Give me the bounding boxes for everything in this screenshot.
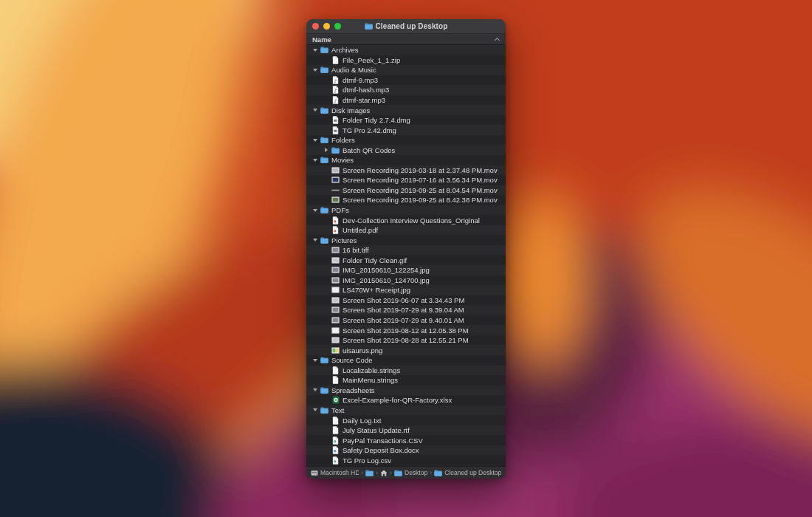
page-icon (331, 55, 340, 64)
file-name: Screen Recording 2019-03-18 at 2.37.48 P… (343, 166, 498, 174)
file-name: July Status Update.rtf (343, 426, 410, 434)
disclosure-spacer (322, 346, 331, 355)
path-segment-label: Macintosh HD (320, 469, 359, 476)
file-row[interactable]: Folders (306, 135, 506, 145)
file-row[interactable]: Source Code (306, 355, 506, 366)
file-row[interactable]: LS470W+ Receipt.jpg (306, 285, 506, 295)
file-name: Source Code (331, 356, 372, 364)
file-row[interactable]: Screen Shot 2019-07-29 at 9.39.04 AM (306, 305, 506, 315)
file-row[interactable]: Spreadsheets (306, 386, 506, 396)
file-row[interactable]: IMG_20150610_122254.jpg (306, 265, 506, 275)
file-row[interactable]: Folder Tidy Clean.gif (306, 255, 506, 265)
file-row[interactable]: Screen Recording 2019-03-18 at 2.37.48 P… (306, 165, 506, 176)
disclosure-spacer (322, 176, 331, 185)
disclosure-spacer (322, 165, 331, 174)
file-row[interactable]: PDFs (306, 205, 506, 216)
file-row[interactable]: 16 bit.tiff (306, 245, 506, 256)
file-row[interactable]: PayPal Transactions.CSV (306, 435, 506, 445)
disclosure-triangle[interactable] (311, 356, 320, 365)
file-row[interactable]: dtmf-hash.mp3 (306, 85, 506, 95)
home-icon (380, 470, 388, 476)
file-row[interactable]: IMG_20150610_124700.jpg (306, 275, 506, 286)
file-row[interactable]: Screen Shot 2019-07-29 at 9.40.01 AM (306, 315, 506, 326)
file-row[interactable]: Untitled.pdf (306, 225, 506, 236)
path-segment[interactable]: Macintosh HD (311, 469, 359, 476)
disclosure-spacer (322, 316, 331, 325)
file-row[interactable]: Safety Deposit Box.docx (306, 445, 506, 456)
file-row[interactable]: Screen Recording 2019-09-25 at 8.42.38 P… (306, 195, 506, 205)
image-icon (331, 316, 340, 325)
page-icon (331, 366, 340, 374)
disclosure-triangle[interactable] (311, 206, 320, 215)
file-row[interactable]: dtmf-9.mp3 (306, 75, 506, 86)
minimize-button[interactable] (323, 23, 330, 30)
file-row[interactable]: Localizable.strings (306, 366, 506, 376)
disclosure-triangle[interactable] (311, 236, 320, 244)
zoom-button[interactable] (334, 23, 341, 30)
file-row[interactable]: Screen Shot 2019-08-12 at 12.05.38 PM (306, 325, 506, 335)
file-row[interactable]: Screen Recording 2019-07-16 at 3.56.34 P… (306, 175, 506, 185)
disclosure-triangle[interactable] (311, 136, 320, 145)
image-white-icon (331, 286, 340, 295)
path-segment[interactable]: Desktop (394, 469, 427, 476)
file-row[interactable]: Dev-Collection Interview Questions_Origi… (306, 215, 506, 225)
file-row[interactable]: Screen Shot 2019-08-28 at 12.55.21 PM (306, 335, 506, 346)
file-row[interactable]: Archives (306, 45, 506, 55)
file-row[interactable]: TG Pro Log.csv (306, 455, 506, 465)
file-name: File_Peek_1_1.zip (343, 56, 400, 64)
path-segment[interactable] (365, 470, 374, 476)
file-name: IMG_20150610_124700.jpg (343, 276, 430, 284)
file-name: 16 bit.tiff (343, 246, 369, 254)
movie-light-icon (331, 165, 340, 174)
folder-icon (320, 66, 329, 75)
file-row[interactable]: uisaurus.png (306, 345, 506, 355)
disclosure-spacer (322, 86, 331, 95)
finder-window: Cleaned up Desktop Name ArchivesFile_Pee… (306, 19, 506, 479)
pdf-icon (331, 226, 340, 235)
disclosure-spacer (322, 275, 331, 284)
path-segment[interactable] (380, 470, 388, 476)
file-row[interactable]: Screen Shot 2019-06-07 at 3.34.43 PM (306, 295, 506, 306)
file-name: Untitled.pdf (343, 226, 378, 234)
disclosure-triangle[interactable] (311, 156, 320, 165)
file-name: Daily Log.txt (343, 417, 381, 425)
file-row[interactable]: July Status Update.rtf (306, 425, 506, 436)
file-row[interactable]: TG Pro 2.42.dmg (306, 125, 506, 135)
file-row[interactable]: Folder Tidy 2.7.4.dmg (306, 115, 506, 126)
file-row[interactable]: Text (306, 405, 506, 416)
disclosure-triangle[interactable] (311, 46, 320, 55)
file-row[interactable]: Screen Recording 2019-09-25 at 8.04.54 P… (306, 185, 506, 196)
image-icon (331, 275, 340, 284)
disclosure-triangle[interactable] (322, 145, 331, 154)
disclosure-triangle[interactable] (311, 106, 320, 114)
folder-icon (320, 236, 329, 244)
disclosure-spacer (322, 55, 331, 64)
path-bar: Macintosh HD›››Desktop›Cleaned up Deskto… (306, 466, 506, 479)
sort-ascending-icon (495, 38, 500, 43)
title-bar[interactable]: Cleaned up Desktop (306, 19, 506, 33)
file-row[interactable]: File_Peek_1_1.zip (306, 55, 506, 66)
path-segment[interactable]: Cleaned up Desktop (434, 469, 501, 476)
name-column-header[interactable]: Name (306, 33, 506, 45)
file-row[interactable]: Movies (306, 155, 506, 165)
close-button[interactable] (312, 23, 319, 30)
file-row[interactable]: Pictures (306, 235, 506, 245)
folder-icon (320, 46, 329, 55)
disclosure-triangle[interactable] (311, 386, 320, 394)
csv-icon (331, 456, 340, 465)
disclosure-triangle[interactable] (311, 405, 320, 414)
image-white-icon (331, 326, 340, 335)
file-row[interactable]: Excel-Example-for-QR-Factory.xlsx (306, 395, 506, 405)
music-icon (331, 75, 340, 84)
file-row[interactable]: Disk Images (306, 105, 506, 115)
file-row[interactable]: Batch QR Codes (306, 145, 506, 155)
file-row[interactable]: Daily Log.txt (306, 415, 506, 425)
file-row[interactable]: dtmf-star.mp3 (306, 95, 506, 106)
image-icon (331, 266, 340, 275)
image-light-icon (331, 295, 340, 304)
file-name: Localizable.strings (343, 366, 400, 374)
disclosure-spacer (322, 295, 331, 304)
disclosure-triangle[interactable] (311, 66, 320, 75)
file-row[interactable]: Audio & Music (306, 65, 506, 75)
file-row[interactable]: MainMenu.strings (306, 375, 506, 386)
